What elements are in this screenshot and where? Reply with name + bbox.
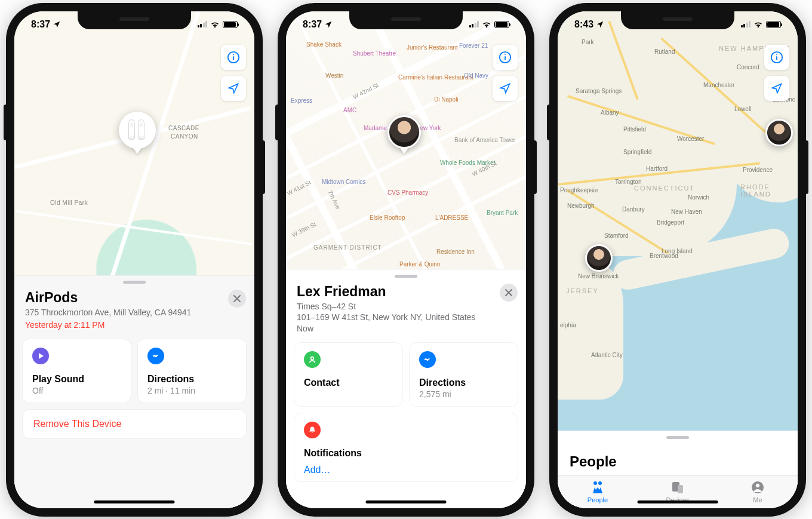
directions-sub: 2 mi · 11 min: [147, 386, 236, 395]
notch: [349, 11, 463, 29]
remove-device-button[interactable]: Remove This Device: [23, 410, 246, 438]
cellular-icon: [198, 21, 208, 27]
people-title: People: [570, 453, 786, 470]
map-info-button[interactable]: [764, 45, 789, 70]
svg-point-15: [756, 483, 759, 487]
map-poi: Carmine's Italian Restaurant: [398, 74, 473, 81]
city-label: Newburgh: [567, 202, 595, 209]
city-label: New Brunswick: [578, 273, 619, 280]
map-poi: Bank of America Tower: [454, 137, 515, 143]
close-icon: [505, 289, 512, 296]
directions-sub: 2,575 mi: [419, 389, 508, 399]
directions-icon: [147, 348, 164, 364]
home-indicator[interactable]: [638, 500, 718, 503]
drag-handle[interactable]: [395, 275, 417, 278]
directions-label: Directions: [419, 377, 508, 388]
directions-label: Directions: [147, 374, 236, 385]
device-detail-sheet[interactable]: AirPods 375 Throckmorton Ave, Mill Valle…: [14, 275, 254, 508]
play-sound-sub: Off: [32, 386, 121, 395]
map-locate-button[interactable]: [493, 76, 518, 101]
home-indicator[interactable]: [94, 500, 175, 503]
map-poi: Shake Shack: [306, 41, 342, 48]
city-label: Concord: [737, 64, 759, 70]
map-poi: Forever 21: [459, 42, 488, 49]
map-poi: Bryant Park: [487, 210, 518, 216]
people-sheet[interactable]: People People Devices Me: [558, 431, 798, 508]
notifications-section[interactable]: Notifications Add…: [294, 413, 518, 481]
map-poi: Parker & Quinn: [399, 261, 440, 268]
state-label: JERSEY: [566, 287, 599, 294]
close-sheet-button[interactable]: [228, 290, 246, 308]
map-poi: Shubert Theatre: [353, 50, 396, 57]
contact-label: Contact: [304, 377, 393, 388]
person-loc-3: Now: [297, 323, 515, 334]
contact-icon: [304, 351, 321, 368]
city-label: Rutland: [654, 48, 675, 55]
drag-handle[interactable]: [666, 436, 689, 439]
notifications-add[interactable]: Add…: [304, 465, 508, 475]
map-poi: Old Navy: [464, 72, 488, 79]
svg-point-6: [311, 357, 314, 360]
map-poi: AMC: [343, 107, 356, 113]
map-poi: CVS Pharmacy: [387, 189, 428, 196]
city-label: Torrington: [615, 179, 641, 185]
wifi-icon: [482, 21, 491, 28]
map-info-button[interactable]: [493, 45, 518, 70]
device-title: AirPods: [25, 290, 244, 306]
me-icon: [750, 480, 765, 495]
cellular-icon: [469, 21, 479, 27]
city-label: Park: [582, 39, 594, 45]
drag-handle[interactable]: [123, 281, 146, 284]
play-sound-card[interactable]: Play Sound Off: [23, 339, 131, 403]
map-locate-button[interactable]: [221, 76, 246, 101]
city-label: Springfield: [623, 149, 651, 155]
city-label: Stamford: [604, 232, 629, 239]
person-detail-sheet[interactable]: Lex Friedman Times Sq–42 St 101–169 W 41…: [286, 269, 526, 508]
city-label: Hartford: [646, 165, 668, 172]
device-last-seen: Yesterday at 2:11 PM: [25, 320, 244, 331]
directions-icon: [419, 351, 436, 368]
notifications-title: Notifications: [304, 448, 508, 459]
people-icon: [590, 480, 605, 495]
battery-icon: [223, 21, 238, 28]
wifi-icon: [210, 21, 220, 28]
tab-me[interactable]: Me: [718, 475, 798, 508]
map-poi: GARMENT DISTRICT: [313, 244, 382, 251]
notch: [621, 11, 734, 29]
city-label: Atlantic City: [591, 352, 623, 358]
city-label: Providence: [743, 167, 773, 173]
person-pin-small[interactable]: [585, 244, 613, 272]
state-label: RHODE ISLAND: [740, 183, 798, 198]
map-poi: Residence Inn: [436, 248, 475, 255]
city-label: Bridgeport: [657, 219, 684, 226]
city-label: Poughkeepsie: [560, 187, 598, 194]
directions-card[interactable]: Directions 2,575 mi: [410, 343, 518, 406]
close-sheet-button[interactable]: [500, 284, 518, 302]
contact-card[interactable]: Contact: [294, 343, 402, 406]
person-pin[interactable]: [387, 115, 421, 149]
phone-device-3: 8:43 NEW HAMPSHIRE CONNECTICUT RHODE ISL…: [549, 3, 806, 517]
person-pin-small[interactable]: [765, 119, 793, 146]
directions-card[interactable]: Directions 2 mi · 11 min: [138, 339, 246, 403]
tab-people[interactable]: People: [558, 475, 638, 508]
map-info-button[interactable]: [221, 45, 246, 70]
home-indicator[interactable]: [366, 500, 447, 503]
map-poi: Elsie Rooftop: [370, 214, 405, 221]
state-label: CONNECTICUT: [634, 185, 695, 192]
notch: [78, 11, 191, 29]
svg-point-10: [593, 481, 597, 485]
svg-point-11: [598, 481, 602, 485]
battery-icon: [766, 21, 781, 28]
svg-point-2: [233, 54, 234, 55]
location-arrow-icon: [596, 20, 604, 29]
map-locate-button[interactable]: [764, 76, 789, 101]
map-poi: L'ADRESSE: [435, 214, 468, 221]
svg-point-9: [776, 54, 777, 55]
map-label-park: Old Mill Park: [50, 199, 88, 206]
device-pin-airpods[interactable]: [119, 112, 156, 149]
status-time: 8:43: [574, 19, 593, 30]
bell-icon: [304, 422, 321, 438]
city-label: New Haven: [671, 208, 702, 215]
location-arrow-icon: [53, 20, 61, 29]
cellular-icon: [741, 21, 751, 27]
